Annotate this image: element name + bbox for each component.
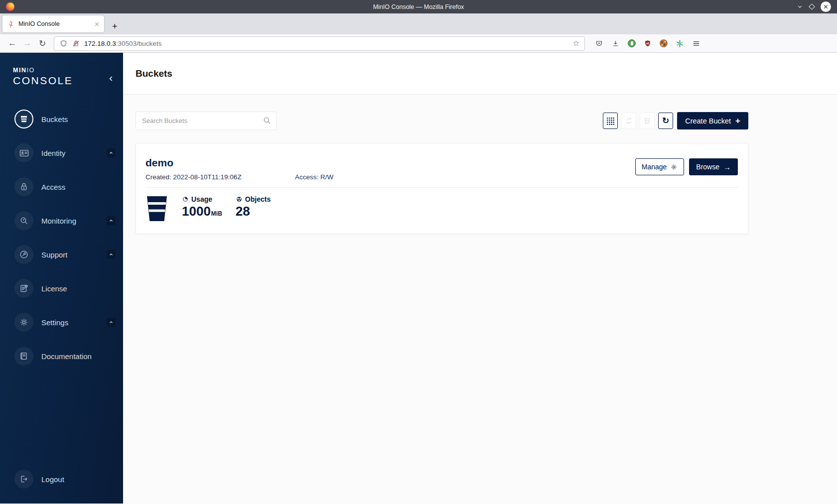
bucket-large-icon [145, 195, 168, 222]
grid-dots-icon [606, 117, 614, 125]
menu-hamburger-icon[interactable] [692, 39, 700, 48]
arrow-right-icon: → [723, 163, 731, 171]
bucket-card[interactable]: demo Created: 2022-08-10T11:19:06Z Acces… [136, 143, 748, 234]
forward-button[interactable]: → [20, 36, 35, 50]
support-wrench-icon [14, 245, 33, 264]
sidebar-item-support[interactable]: Support [0, 238, 123, 271]
bucket-icon [14, 110, 33, 128]
bucket-access: Access: R/W [295, 173, 333, 181]
back-button[interactable]: ← [5, 36, 20, 50]
toolbar-extensions: uO [595, 39, 700, 48]
url-host: 172.18.0.3 [84, 40, 116, 47]
search-icon [263, 116, 272, 125]
tracking-shield-icon[interactable] [59, 39, 68, 48]
monitoring-magnifier-icon [14, 211, 33, 230]
bookmark-star-icon[interactable]: ☆ [573, 39, 579, 48]
objects-label: Objects [245, 195, 271, 203]
multi-select-grid-button[interactable] [603, 113, 618, 129]
manage-gear-icon [670, 163, 678, 171]
usage-unit: MiB [211, 211, 222, 217]
bucket-stats: Usage 1000MiB [136, 188, 748, 222]
sidebar-item-label: Access [41, 183, 65, 191]
svg-text:uO: uO [646, 41, 650, 44]
sidebar-menu: Buckets Identity [0, 102, 123, 373]
manage-bucket-button[interactable]: Manage [635, 158, 685, 175]
sidebar-collapse-icon[interactable] [107, 75, 115, 83]
set-replication-button[interactable] [621, 113, 636, 129]
gear-icon [14, 313, 33, 332]
sidebar-item-label: Identity [41, 149, 65, 157]
sidebar-item-label: Logout [41, 475, 64, 484]
cookie-extension-icon[interactable] [660, 39, 668, 47]
chevron-up-icon[interactable] [107, 318, 116, 327]
create-bucket-button[interactable]: Create Bucket + [677, 112, 748, 129]
objects-value: 28 [236, 204, 250, 219]
bucket-small-icon [643, 117, 651, 125]
window-maximize-icon[interactable] [810, 4, 814, 9]
objects-stat: Objects 28 [236, 195, 271, 219]
tab-strip: MinIO Console + [0, 13, 837, 34]
id-card-icon [14, 143, 33, 162]
bucket-toolbar: ↻ Create Bucket + [603, 112, 748, 129]
minio-console-logo: MINIO CONSOLE [13, 67, 73, 86]
refresh-buckets-button[interactable]: ↻ [658, 113, 673, 129]
sidebar-item-label: Settings [41, 318, 68, 327]
browse-bucket-button[interactable]: Browse → [689, 158, 738, 175]
sidebar-item-identity[interactable]: Identity [0, 136, 123, 170]
search-box [136, 112, 277, 130]
sidebar-item-monitoring[interactable]: Monitoring [0, 204, 123, 238]
delete-buckets-button[interactable] [640, 113, 655, 129]
page-title: Buckets [136, 68, 172, 79]
sidebar-item-settings[interactable]: Settings [0, 305, 123, 339]
page-header: Buckets [123, 53, 837, 95]
bucket-card-actions: Manage Browse → [635, 158, 738, 175]
screen: MinIO Console — Mozilla Firefox MinIO Co… [0, 0, 837, 504]
plus-icon: + [735, 117, 740, 125]
app-frame: MINIO CONSOLE Buckets [0, 53, 837, 504]
sidebar-item-label: Documentation [41, 352, 92, 361]
new-tab-button[interactable]: + [112, 22, 118, 31]
objects-icon [236, 196, 243, 203]
privacy-extension-icon[interactable] [628, 39, 636, 47]
page-content: ↻ Create Bucket + demo Created: 2022-08-… [123, 95, 837, 234]
usage-value: 1000 [182, 204, 211, 219]
refresh-icon: ↻ [662, 117, 669, 125]
sidebar-item-logout[interactable]: Logout [0, 462, 123, 496]
reload-button[interactable]: ↻ [35, 36, 50, 50]
sidebar-item-label: Buckets [41, 115, 68, 124]
chevron-up-icon[interactable] [107, 250, 116, 259]
url-bar[interactable]: 172.18.0.3:30503/buckets ☆ [54, 36, 585, 51]
window-minimize-icon[interactable] [797, 3, 803, 10]
tab-title: MinIO Console [18, 20, 90, 27]
book-icon [14, 347, 33, 366]
sidebar-item-label: Monitoring [41, 217, 76, 225]
flamingo-favicon [7, 20, 14, 28]
main-panel: Buckets [123, 53, 837, 504]
sidebar-item-license[interactable]: License [0, 271, 123, 305]
sidebar-item-access[interactable]: Access [0, 170, 123, 204]
browser-toolbar: ← → ↻ 172.18.0.3:30503/buckets ☆ [0, 34, 837, 53]
downloads-icon[interactable] [611, 39, 620, 48]
bucket-created: Created: 2022-08-10T11:19:06Z [145, 173, 295, 181]
multi-account-extension-icon[interactable] [676, 39, 684, 48]
actions-row: ↻ Create Bucket + [136, 112, 748, 130]
logout-icon [14, 470, 33, 489]
insecure-lock-icon[interactable] [72, 39, 80, 48]
chevron-up-icon[interactable] [107, 216, 116, 225]
window-titlebar: MinIO Console — Mozilla Firefox [0, 0, 837, 13]
ublock-origin-icon[interactable]: uO [644, 39, 652, 48]
window-title: MinIO Console — Mozilla Firefox [0, 3, 837, 10]
usage-label: Usage [191, 195, 212, 203]
license-document-icon [14, 279, 33, 298]
tab-close-icon[interactable] [94, 21, 100, 27]
pocket-icon[interactable] [595, 39, 603, 48]
window-close-icon[interactable] [821, 1, 831, 12]
sidebar-item-label: Support [41, 251, 68, 259]
tab-minio-console[interactable]: MinIO Console [2, 15, 104, 32]
search-input[interactable] [136, 112, 277, 130]
sidebar-item-label: License [41, 284, 67, 293]
sidebar-item-documentation[interactable]: Documentation [0, 339, 123, 373]
usage-pie-icon [182, 196, 189, 203]
chevron-up-icon[interactable] [107, 148, 116, 157]
sidebar-item-buckets[interactable]: Buckets [0, 102, 123, 136]
